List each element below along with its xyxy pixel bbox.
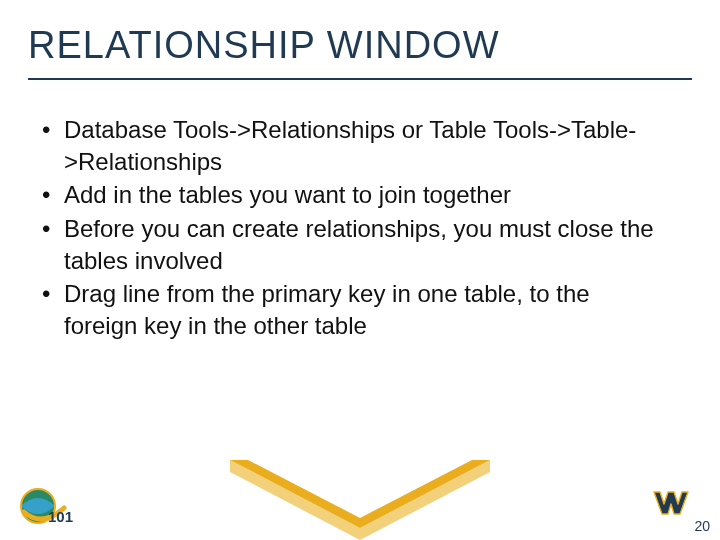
svg-text:101: 101	[48, 508, 73, 525]
list-item: Before you can create relationships, you…	[42, 213, 664, 276]
slide-footer: 101 20	[0, 458, 720, 540]
page-number: 20	[694, 518, 710, 534]
chevron-decoration	[230, 460, 490, 540]
list-item: Database Tools->Relationships or Table T…	[42, 114, 664, 177]
list-item: Add in the tables you want to join toget…	[42, 179, 664, 211]
slide-title: RELATIONSHIP WINDOW	[28, 24, 500, 67]
e101-globe-icon: 101	[18, 482, 76, 526]
list-item: Drag line from the primary key in one ta…	[42, 278, 664, 341]
wv-flying-logo-icon	[652, 488, 692, 518]
title-underline	[28, 78, 692, 80]
slide: RELATIONSHIP WINDOW Database Tools->Rela…	[0, 0, 720, 540]
bullet-list: Database Tools->Relationships or Table T…	[42, 114, 664, 344]
